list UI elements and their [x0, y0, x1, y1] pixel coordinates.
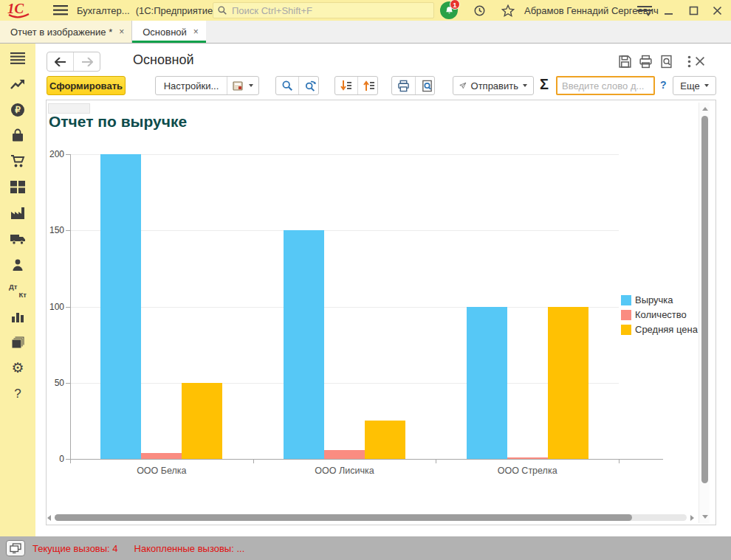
sidebar-item-fixed-assets[interactable]	[0, 226, 35, 252]
toolbar-preview-icon	[421, 80, 433, 92]
cancel-find-button[interactable]	[298, 77, 322, 94]
scroll-right-icon[interactable]	[690, 515, 694, 521]
global-search[interactable]	[213, 2, 434, 18]
toolbar-preview-button[interactable]	[415, 77, 439, 94]
send-icon	[459, 80, 467, 91]
tab-close-icon[interactable]: ×	[193, 27, 199, 37]
administration-icon: ⚙	[11, 361, 24, 375]
sidebar-item-sales[interactable]	[0, 122, 35, 148]
horizontal-scroll-thumb[interactable]	[55, 514, 632, 521]
performance-indicator-button[interactable]	[6, 540, 25, 556]
sidebar-item-administration[interactable]: ⚙	[0, 355, 35, 381]
service-menu-icon[interactable]	[636, 3, 653, 18]
dropdown-caret-icon	[704, 84, 709, 87]
find-group	[275, 76, 319, 95]
kt-label: Кт	[19, 291, 27, 299]
staff-icon	[11, 258, 24, 272]
sidebar-item-staff[interactable]	[0, 252, 35, 277]
svg-text:₽: ₽	[15, 105, 21, 115]
close-icon[interactable]	[709, 3, 725, 18]
tab-label: Основной	[143, 27, 187, 38]
sort-group	[334, 76, 378, 95]
sidebar-item-sections[interactable]	[0, 45, 35, 71]
report-panel	[46, 100, 716, 525]
send-label: Отправить	[471, 80, 518, 91]
vertical-scroll-thumb[interactable]	[701, 116, 708, 483]
tab-main[interactable]: Основной ×	[132, 21, 206, 43]
warehouse-icon	[10, 181, 25, 193]
sidebar-item-managers[interactable]	[0, 71, 35, 97]
toolbar-print-button[interactable]	[392, 77, 415, 94]
back-button[interactable]	[47, 52, 73, 71]
scroll-left-icon[interactable]	[47, 515, 51, 521]
sidebar-item-help[interactable]: ?	[0, 381, 35, 407]
1c-logo: 1С	[7, 1, 32, 20]
sidebar-item-warehouse[interactable]	[0, 174, 35, 200]
sidebar-item-directories[interactable]	[0, 329, 35, 355]
chart-title: Отчет по выручке	[49, 113, 187, 131]
accumulated-calls-text: Накопленные вызовы: ...	[134, 543, 245, 554]
horizontal-scrollbar[interactable]	[47, 513, 694, 522]
sections-menu-icon	[10, 52, 25, 64]
call-stats: Текущие вызовы: 4 Накопленные вызовы: ..…	[32, 543, 244, 554]
print-icon[interactable]	[636, 53, 654, 69]
generate-button[interactable]: Сформировать	[47, 76, 126, 95]
sidebar-item-purchases[interactable]	[0, 148, 35, 174]
save-icon[interactable]	[616, 53, 634, 69]
global-search-input[interactable]	[227, 5, 433, 16]
filter-word-input[interactable]	[556, 76, 655, 95]
current-calls-text: Текущие вызовы: 4	[32, 543, 118, 554]
section-sidebar: ₽ Дт Кт ⚙ ?	[0, 44, 35, 536]
main-menu-icon[interactable]	[53, 5, 68, 18]
sidebar-item-bank-cash[interactable]: ₽	[0, 97, 35, 122]
sort-asc-button[interactable]	[357, 77, 380, 94]
managers-icon	[10, 78, 25, 90]
sales-icon	[11, 128, 24, 142]
settings-label: Настройки...	[164, 80, 219, 91]
notifications-button[interactable]: 1	[440, 1, 461, 21]
vertical-scrollbar[interactable]	[699, 103, 710, 523]
tab-label: Отчет в изображение *	[10, 27, 112, 38]
print-group	[391, 76, 435, 95]
form-title: Основной	[133, 52, 194, 68]
titlebar: 1С Бухгалтер... (1С:Предприятие) 1 Абрам…	[0, 0, 731, 21]
report-corner-cell	[48, 103, 90, 114]
favorites-icon[interactable]	[500, 3, 516, 18]
sidebar-item-operations[interactable]: Дт Кт	[0, 277, 35, 303]
nav-history-group	[47, 52, 100, 72]
more-button[interactable]: Еще	[673, 76, 716, 95]
tab-close-icon[interactable]: ×	[119, 27, 124, 37]
settings-group: Настройки...	[155, 76, 259, 95]
sort-desc-button[interactable]	[335, 77, 357, 94]
dropdown-caret-icon	[249, 84, 253, 87]
sort-asc-icon	[363, 80, 375, 91]
find-button[interactable]	[276, 77, 298, 94]
find-icon	[281, 80, 293, 91]
form-close-icon[interactable]	[691, 53, 709, 69]
report-variants-icon	[233, 80, 244, 91]
forward-button[interactable]	[73, 52, 100, 71]
toolbar-print-icon	[397, 80, 410, 92]
minimize-icon[interactable]	[660, 3, 676, 18]
app-title: Бухгалтер...	[77, 5, 130, 16]
scroll-down-icon[interactable]	[702, 515, 708, 519]
send-button[interactable]: Отправить	[453, 76, 534, 95]
notification-badge: 1	[450, 0, 460, 10]
history-icon[interactable]	[471, 3, 487, 18]
scroll-up-icon[interactable]	[702, 107, 708, 111]
maximize-icon[interactable]	[685, 3, 701, 18]
sort-desc-icon	[340, 80, 352, 91]
toolbar-help-button[interactable]: ?	[660, 79, 667, 91]
sidebar-item-reports[interactable]	[0, 303, 35, 329]
settings-button[interactable]: Настройки...	[156, 77, 227, 94]
sum-icon[interactable]: Σ	[540, 76, 549, 93]
tab-bar: Отчет в изображение * × Основной ×	[0, 21, 731, 44]
tab-report-image[interactable]: Отчет в изображение * ×	[0, 21, 132, 43]
app-context: (1С:Предприятие)	[136, 5, 216, 16]
search-icon	[217, 5, 227, 15]
window-title: Бухгалтер... (1С:Предприятие)	[77, 0, 216, 21]
report-variants-button[interactable]	[227, 77, 258, 94]
reports-icon	[11, 311, 24, 322]
sidebar-item-production[interactable]	[0, 200, 35, 226]
print-preview-icon[interactable]	[657, 53, 675, 69]
